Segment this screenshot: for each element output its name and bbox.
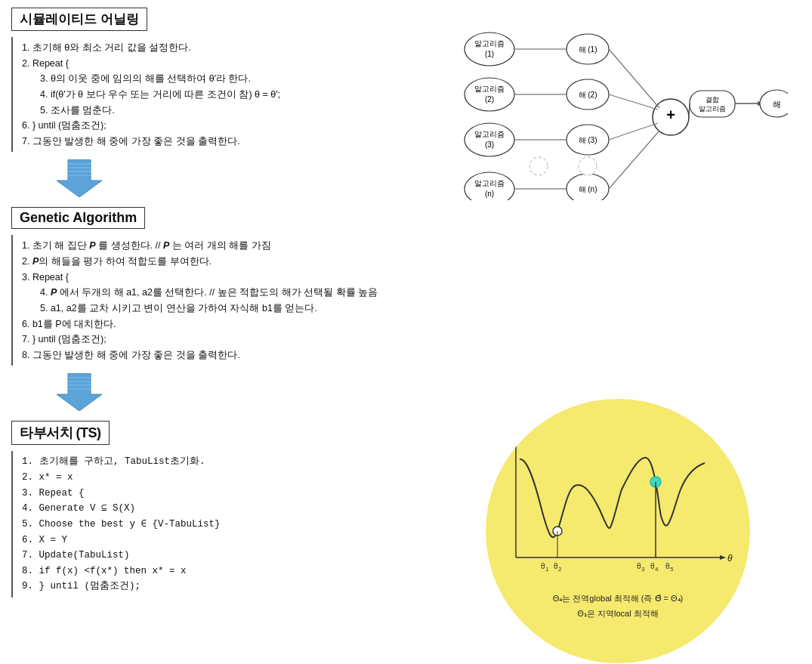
svg-text:결합: 결합 [705, 96, 719, 103]
ga-line-6: 6. b1를 P에 대치한다. [22, 317, 427, 332]
ts-line-3: 3. Repeat { [22, 488, 85, 499]
ga-line-7: 7. } until (멈춤조건); [22, 332, 427, 347]
sa-line-5: 5. 조사를 멈춘다. [22, 103, 427, 119]
svg-text:Θ₄는 전역global 최적해 (즉 Θ̂ = Θ₄): Θ₄는 전역global 최적해 (즉 Θ̂ = Θ₄) [552, 594, 683, 603]
svg-point-16 [465, 123, 514, 156]
tabu-search-code: 1. 초기해를 구하고, TabuList초기화. 2. x* = x 3. R… [11, 451, 427, 598]
svg-text:Θ₁은 지역local 최적해: Θ₁은 지역local 최적해 [577, 609, 658, 618]
ts-line-6: 6. X = Y [22, 535, 67, 545]
svg-text:해 (1): 해 (1) [578, 45, 597, 54]
svg-text:(2): (2) [484, 95, 493, 103]
arrow-2 [57, 373, 102, 413]
svg-text:θ: θ [727, 553, 733, 564]
svg-text:알고리즘: 알고리즘 [474, 130, 505, 138]
svg-text:알고리즘: 알고리즘 [474, 179, 505, 187]
svg-text:(n): (n) [484, 190, 493, 198]
svg-text:1: 1 [545, 566, 549, 573]
left-column: 시뮬레이티드 어닐링 1. 초기해 θ와 최소 거리 값을 설정한다. 2. R… [11, 8, 434, 663]
genetic-algorithm-title: Genetic Algorithm [11, 207, 145, 229]
svg-text:해: 해 [772, 100, 780, 109]
svg-marker-0 [57, 159, 102, 197]
simulated-annealing-code: 1. 초기해 θ와 최소 거리 값을 설정한다. 2. Repeat { 3. … [11, 37, 427, 152]
network-svg: 알고리즘 (1) 알고리즘 (2) 알고리즘 (3) 알고리즘 (n) 해 (1… [448, 19, 788, 200]
svg-text:5: 5 [670, 566, 674, 573]
svg-text:해 (3): 해 (3) [578, 136, 597, 144]
sa-line-2: 2. Repeat { [22, 56, 427, 72]
ga-line-4: 4. P 에서 두개의 해 a1, a2를 선택한다. // 높은 적합도의 해… [22, 285, 427, 301]
ga-line-2: 2. P의 해들을 평가 하여 적합도를 부여한다. [22, 254, 427, 270]
chart-svg: J(θ) θ [486, 399, 750, 663]
ga-line-8: 8. 그동안 발생한 해 중에 가장 좋은 것을 출력한다. [22, 347, 427, 363]
svg-rect-42 [690, 91, 735, 117]
svg-line-45 [689, 103, 690, 117]
ts-line-5: 5. Choose the best y ∈ {V-TabuList} [22, 519, 221, 530]
svg-text:4: 4 [655, 566, 659, 573]
svg-text:알고리즘: 알고리즘 [474, 85, 505, 93]
tabu-search-section: 타부서치 (TS) 1. 초기해를 구하고, TabuList초기화. 2. x… [11, 421, 427, 598]
svg-point-31 [579, 157, 597, 175]
svg-line-41 [609, 131, 659, 189]
ts-line-4: 4. Generate V ⊆ S(X) [22, 503, 135, 514]
simulated-annealing-title: 시뮬레이티드 어닐링 [11, 8, 147, 31]
sa-line-6: 6. } until (멈춤조건); [22, 118, 427, 134]
network-diagram: 알고리즘 (1) 알고리즘 (2) 알고리즘 (3) 알고리즘 (n) 해 (1… [448, 19, 788, 202]
svg-text:알고리즘: 알고리즘 [474, 39, 505, 48]
svg-marker-55 [514, 423, 518, 429]
arrow-1 [57, 159, 102, 199]
ga-line-1: 1. 초기 해 집단 P 를 생성한다. // P 는 여러 개의 해를 가짐 [22, 238, 427, 254]
svg-point-13 [465, 78, 514, 111]
ts-line-2: 2. x* = x [22, 472, 73, 483]
yellow-circle: J(θ) θ [486, 399, 750, 663]
ts-line-9: 9. } until (멈춤조건); [22, 581, 140, 591]
sa-line-3: 3. θ의 이웃 중에 임의의 해를 선택하여 θ'라 한다. [22, 71, 427, 87]
sa-line-7: 7. 그동안 발생한 해 중에 가장 좋은 것을 출력한다. [22, 134, 427, 150]
genetic-algorithm-section: Genetic Algorithm 1. 초기 해 집단 P 를 생성한다. /… [11, 207, 427, 366]
genetic-algorithm-code: 1. 초기 해 집단 P 를 생성한다. // P 는 여러 개의 해를 가짐 … [11, 235, 427, 366]
svg-text:(1): (1) [484, 50, 493, 58]
svg-text:해 (n): 해 (n) [578, 185, 597, 193]
svg-line-40 [609, 123, 658, 140]
tabu-search-title: 타부서치 (TS) [11, 421, 110, 445]
svg-text:J(θ): J(θ) [506, 424, 523, 435]
ts-line-1: 1. 초기해를 구하고, TabuList초기화. [22, 456, 205, 467]
svg-marker-52 [720, 555, 726, 560]
ga-line-5: 5. a1, a2를 교차 시키고 변이 연산을 가하여 자식해 b1를 얻는다… [22, 301, 427, 317]
ts-line-7: 7. Update(TabuList) [22, 550, 130, 561]
svg-point-30 [529, 157, 548, 175]
svg-text:+: + [666, 107, 675, 123]
ts-line-8: 8. if f(x) <f(x*) then x* = x [22, 566, 187, 576]
sa-line-1: 1. 초기해 θ와 최소 거리 값을 설정한다. [22, 40, 427, 56]
svg-marker-5 [57, 373, 102, 411]
svg-point-10 [465, 32, 514, 66]
svg-text:알고리즘: 알고리즘 [699, 105, 726, 113]
svg-text:3: 3 [641, 566, 645, 573]
svg-text:(3): (3) [484, 141, 493, 149]
right-column: 알고리즘 (1) 알고리즘 (2) 알고리즘 (3) 알고리즘 (n) 해 (1… [434, 8, 801, 663]
ga-line-3: 3. Repeat { [22, 270, 427, 286]
optimization-chart-container: J(θ) θ [486, 399, 750, 663]
simulated-annealing-section: 시뮬레이티드 어닐링 1. 초기해 θ와 최소 거리 값을 설정한다. 2. R… [11, 8, 427, 152]
sa-line-4: 4. if(θ'가 θ 보다 우수 또는 거리에 따른 조건이 참) θ = θ… [22, 87, 427, 103]
svg-text:해 (2): 해 (2) [578, 91, 597, 99]
svg-line-38 [609, 49, 659, 108]
svg-text:2: 2 [558, 566, 562, 573]
svg-line-39 [609, 94, 658, 110]
